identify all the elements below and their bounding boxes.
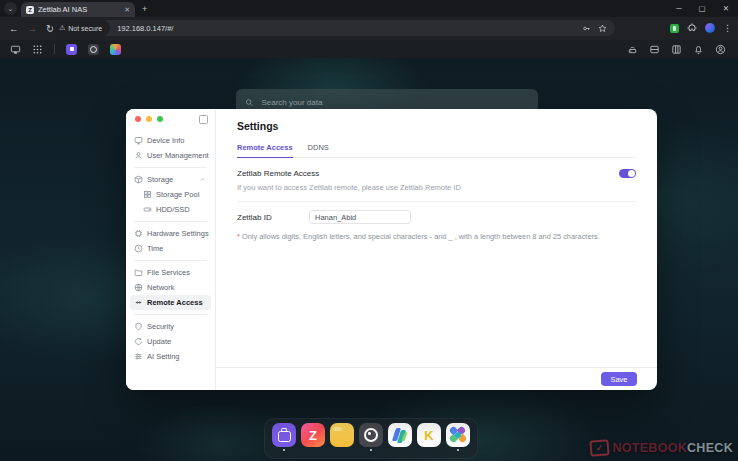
remote-arrows-icon xyxy=(134,298,143,307)
settings-gear-icon[interactable] xyxy=(359,423,383,447)
browser-menu-icon[interactable]: ⋮ xyxy=(723,23,732,33)
dialog-footer: Save xyxy=(216,367,657,390)
fullscreen-icon[interactable] xyxy=(199,115,208,124)
globe-icon xyxy=(134,283,143,292)
cast-icon[interactable] xyxy=(10,44,21,55)
browser-tab-strip: ⌄ Z Zettlab AI NAS ✕ + ─ ▢ ✕ xyxy=(0,0,738,17)
not-secure-badge[interactable]: ⚠ Not secure xyxy=(53,20,110,36)
close-window-dot[interactable] xyxy=(135,116,141,122)
dock-item-docs[interactable] xyxy=(388,423,412,451)
dock-item-settings[interactable] xyxy=(359,423,383,451)
sidebar-divider xyxy=(134,314,207,315)
zettlab-app-icon[interactable]: Z xyxy=(301,423,325,447)
clock-icon xyxy=(134,244,143,253)
pinned-control-panel-icon[interactable] xyxy=(88,44,99,55)
extension-icon[interactable] xyxy=(670,24,679,33)
extensions-puzzle-icon[interactable] xyxy=(687,23,697,33)
account-icon[interactable] xyxy=(715,44,726,55)
drive-icon xyxy=(143,205,152,214)
warning-icon: ⚠ xyxy=(59,24,65,32)
omnibox[interactable]: ⚠ Not secure 192.168.0.147/#/ xyxy=(53,20,615,36)
sidebar-item-hardware-settings[interactable]: Hardware Settings xyxy=(130,226,211,241)
settings-content: Settings Remote Access DDNS Zettlab Remo… xyxy=(216,109,657,390)
k-app-icon[interactable]: K xyxy=(417,423,441,447)
notification-bell-icon[interactable] xyxy=(693,44,704,55)
dock-item-zettlab[interactable]: Z xyxy=(301,423,325,451)
id-requirements-note: *Only allows digits, English letters, an… xyxy=(237,232,636,241)
tab-close-icon[interactable]: ✕ xyxy=(124,6,130,14)
sidebar-item-time[interactable]: Time xyxy=(130,241,211,256)
nas-top-taskbar xyxy=(0,40,738,58)
browser-address-bar: ← → ↻ ⚠ Not secure 192.168.0.147/#/ ⋮ xyxy=(0,17,738,40)
sidebar-item-storage[interactable]: Storage xyxy=(130,172,211,187)
remote-access-description: If you want to access Zettlab remote, pl… xyxy=(237,183,636,192)
sidebar-item-storage-pool[interactable]: Storage Pool xyxy=(130,187,211,202)
sidebar-item-network[interactable]: Network xyxy=(130,280,211,295)
running-indicator xyxy=(457,449,460,452)
shield-icon xyxy=(134,322,143,331)
sidebar-item-file-services[interactable]: File Services xyxy=(130,265,211,280)
browser-tab[interactable]: Z Zettlab AI NAS ✕ xyxy=(21,2,135,17)
chevron-up-icon xyxy=(198,176,207,183)
sidebar-item-ai-setting[interactable]: AI Setting xyxy=(130,349,211,364)
refresh-icon xyxy=(134,337,143,346)
sidebar-item-remote-access[interactable]: Remote Access xyxy=(130,295,211,310)
tab-remote-access[interactable]: Remote Access xyxy=(237,143,293,158)
search-icon xyxy=(245,98,253,107)
required-asterisk: * xyxy=(237,232,240,241)
key-icon[interactable] xyxy=(582,24,591,33)
app-grid-icon[interactable] xyxy=(32,44,43,55)
zettlab-id-input[interactable] xyxy=(309,210,411,224)
widgets-icon[interactable] xyxy=(649,44,660,55)
dock-item-k-app[interactable]: K xyxy=(417,423,441,451)
dock-item-files[interactable] xyxy=(330,423,354,451)
url-text: 192.168.0.147/#/ xyxy=(117,24,173,33)
cpu-icon xyxy=(134,229,143,238)
minimize-window-dot[interactable] xyxy=(146,116,152,122)
grid-icon xyxy=(143,190,152,199)
user-icon xyxy=(134,151,143,160)
new-tab-button[interactable]: + xyxy=(142,4,147,14)
sidebar-divider xyxy=(134,260,207,261)
sidebar-item-hdd-ssd[interactable]: HDD/SSD xyxy=(130,202,211,217)
forward-icon[interactable]: → xyxy=(28,23,38,34)
settings-dialog: Device Info User Management Storage Stor… xyxy=(126,109,657,390)
save-button[interactable]: Save xyxy=(601,372,637,386)
sidebar-item-update[interactable]: Update xyxy=(130,334,211,349)
settings-tabs: Remote Access DDNS xyxy=(237,143,636,158)
pinned-photos-icon[interactable] xyxy=(110,44,121,55)
site-favicon: Z xyxy=(26,6,34,14)
zettlab-id-label: Zettlab ID xyxy=(237,213,309,222)
back-icon[interactable]: ← xyxy=(9,23,19,34)
photos-flower-icon[interactable] xyxy=(446,423,470,447)
window-close-button[interactable]: ✕ xyxy=(723,4,729,13)
remote-access-toggle-label: Zettlab Remote Access xyxy=(237,169,319,178)
panels-icon[interactable] xyxy=(671,44,682,55)
nas-desktop: Device Info User Management Storage Stor… xyxy=(0,58,738,461)
tab-title: Zettlab AI NAS xyxy=(38,5,120,14)
maximize-window-dot[interactable] xyxy=(157,116,163,122)
tab-ddns[interactable]: DDNS xyxy=(308,143,329,157)
sidebar-item-user-management[interactable]: User Management xyxy=(130,148,211,163)
nas-device-icon[interactable] xyxy=(627,44,638,55)
box-icon xyxy=(134,175,143,184)
dock-item-photos[interactable] xyxy=(446,423,470,451)
remote-access-toggle[interactable] xyxy=(619,169,636,178)
app-center-icon[interactable] xyxy=(272,423,296,447)
pinned-app-center-icon[interactable] xyxy=(66,44,77,55)
notebookcheck-watermark: ✓ NOTEBOOKCHECK xyxy=(590,440,733,456)
sidebar-item-security[interactable]: Security xyxy=(130,319,211,334)
dock-item-app-center[interactable] xyxy=(272,423,296,451)
taskbar-divider xyxy=(54,44,55,54)
search-input[interactable] xyxy=(259,97,529,108)
profile-avatar[interactable] xyxy=(705,23,715,33)
files-folder-icon[interactable] xyxy=(330,423,354,447)
window-minimize-button[interactable]: ─ xyxy=(676,4,681,13)
window-maximize-button[interactable]: ▢ xyxy=(699,4,706,13)
running-indicator xyxy=(283,449,286,452)
sidebar-item-device-info[interactable]: Device Info xyxy=(130,133,211,148)
chevron-down-icon[interactable]: ⌄ xyxy=(4,2,17,15)
bookmark-star-icon[interactable] xyxy=(598,24,607,33)
docs-app-icon[interactable] xyxy=(388,423,412,447)
running-indicator xyxy=(370,449,373,452)
